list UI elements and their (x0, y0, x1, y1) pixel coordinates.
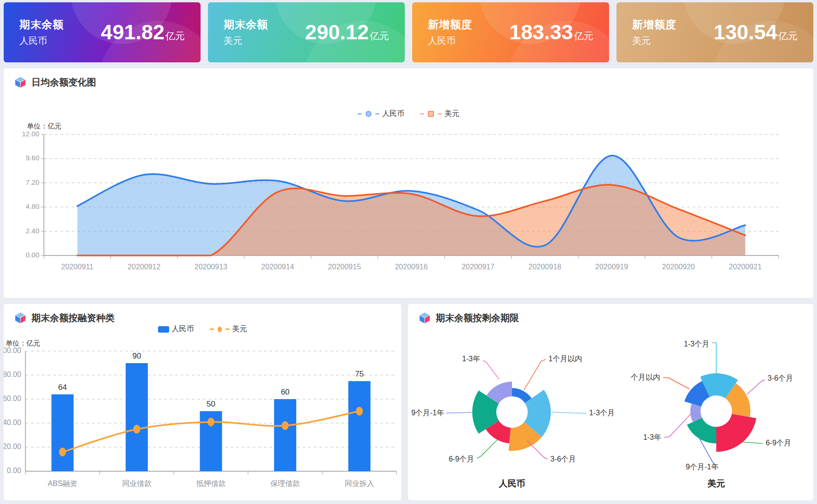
dashboard: 期末余额 人民币 491.82 亿元 期末余额 美元 290.12 亿元 新增额… (0, 0, 817, 504)
donut-charts: 1个月以内1-3个月3-6个月6-9个月9个月-1年1-3年人民币1-3个月3-… (408, 304, 813, 500)
kpi-subtitle: 美元 (632, 35, 677, 47)
kpi-title: 期末余额 (224, 18, 268, 32)
circle-marker-icon (366, 111, 372, 117)
svg-text:1-3年: 1-3年 (643, 433, 661, 441)
kpi-value: 290.12 (305, 20, 369, 44)
svg-text:20200919: 20200919 (595, 263, 628, 271)
line-area-chart: 12.009.607.204.802.400.00202009112020091… (4, 68, 813, 298)
svg-text:6-9个月: 6-9个月 (449, 455, 474, 463)
legend-dash (375, 113, 379, 115)
panel-title: 期末余额按剩余期限 (418, 311, 519, 324)
panel-balance-by-financing-type: 期末余额按融资种类 人民币 美元 单位：亿元 100.0080.0060.004… (4, 304, 401, 500)
bar-marker-icon (158, 326, 169, 333)
legend-dash (358, 113, 362, 115)
svg-text:20200917: 20200917 (462, 263, 494, 271)
svg-text:60: 60 (281, 388, 290, 396)
svg-text:12.00: 12.00 (22, 130, 39, 138)
panel-title-text: 期末余额按融资种类 (31, 312, 115, 324)
svg-text:20200920: 20200920 (662, 263, 695, 271)
svg-text:20200918: 20200918 (528, 263, 561, 271)
cube-icon (14, 76, 27, 89)
svg-text:20.00: 20.00 (4, 443, 21, 450)
svg-text:0.00: 0.00 (26, 251, 39, 259)
svg-text:20200911: 20200911 (61, 263, 93, 271)
legend-dash (420, 113, 424, 115)
svg-text:1-3个月: 1-3个月 (684, 340, 709, 348)
svg-text:20200912: 20200912 (128, 263, 160, 271)
cube-icon (418, 311, 431, 324)
kpi-card-ending-balance-usd: 期末余额 美元 290.12 亿元 (208, 2, 405, 62)
svg-text:同业拆入: 同业拆入 (345, 480, 374, 487)
kpi-title: 新增额度 (632, 18, 677, 32)
legend-dash (226, 328, 230, 330)
cube-icon (14, 311, 27, 324)
svg-text:80.00: 80.00 (4, 370, 21, 378)
legend-dash (438, 113, 442, 115)
panel-title: 期末余额按融资种类 (14, 311, 115, 324)
svg-text:50: 50 (207, 400, 215, 408)
svg-text:4.80: 4.80 (26, 202, 39, 210)
kpi-card-new-quota-cny: 新增额度 人民币 183.33 亿元 (412, 2, 609, 62)
kpi-subtitle: 美元 (224, 35, 268, 47)
kpi-title: 新增额度 (428, 18, 472, 32)
svg-text:保理借款: 保理借款 (270, 480, 300, 487)
legend-dash (210, 328, 214, 330)
page-title: 日均余额变化图 (31, 76, 96, 89)
svg-text:美元: 美元 (707, 479, 725, 488)
unit-label: 单位：亿元 (6, 339, 40, 348)
svg-text:1-3年: 1-3年 (462, 355, 480, 363)
svg-text:20200921: 20200921 (729, 263, 762, 271)
svg-text:7.20: 7.20 (26, 178, 39, 186)
kpi-unit: 亿元 (165, 30, 185, 43)
svg-text:20200914: 20200914 (261, 263, 294, 271)
legend-label: 美元 (232, 324, 247, 334)
bar-chart-legend: 人民币 美元 (4, 324, 401, 334)
svg-text:1-3个月: 1-3个月 (589, 409, 615, 417)
kpi-value: 491.82 (101, 20, 165, 44)
panel-title: 日均余额变化图 (14, 76, 96, 89)
svg-text:64: 64 (58, 383, 67, 392)
legend-label: 人民币 (382, 109, 404, 119)
svg-text:0.00: 0.00 (7, 467, 21, 474)
legend-item-usd[interactable]: 美元 (420, 109, 459, 119)
line-chart-legend: 人民币 美元 (4, 109, 813, 119)
kpi-unit: 亿元 (778, 30, 798, 43)
kpi-title: 期末余额 (19, 18, 64, 32)
dot-marker-icon (218, 327, 222, 332)
svg-text:90: 90 (132, 352, 141, 360)
legend-label: 人民币 (172, 324, 194, 334)
panel-balance-by-remaining-term: 期末余额按剩余期限 1个月以内1-3个月3-6个月6-9个月9个月-1年1-3年… (408, 304, 813, 500)
kpi-card-new-quota-usd: 新增额度 美元 130.54 亿元 (616, 2, 813, 62)
svg-text:人民币: 人民币 (499, 479, 525, 488)
legend-item-cny[interactable]: 人民币 (358, 109, 404, 119)
svg-text:个月以内: 个月以内 (631, 373, 660, 381)
svg-text:3-6个月: 3-6个月 (550, 455, 576, 463)
svg-text:3-6个月: 3-6个月 (768, 374, 793, 382)
legend-item-usd[interactable]: 美元 (210, 324, 247, 334)
svg-text:2.40: 2.40 (26, 227, 39, 235)
svg-text:9个月-1年: 9个月-1年 (411, 409, 444, 417)
svg-text:20200916: 20200916 (395, 263, 427, 271)
svg-text:同业借款: 同业借款 (122, 480, 152, 487)
kpi-card-row: 期末余额 人民币 491.82 亿元 期末余额 美元 290.12 亿元 新增额… (4, 2, 813, 62)
svg-text:ABS融资: ABS融资 (48, 480, 77, 487)
panel-title-text: 期末余额按剩余期限 (436, 312, 519, 324)
kpi-unit: 亿元 (574, 30, 593, 43)
kpi-subtitle: 人民币 (19, 35, 64, 47)
kpi-unit: 亿元 (370, 30, 389, 43)
kpi-subtitle: 人民币 (428, 35, 472, 47)
kpi-card-ending-balance-cny: 期末余额 人民币 491.82 亿元 (4, 2, 201, 62)
svg-text:抵押借款: 抵押借款 (196, 480, 226, 487)
panel-daily-balance-trend: 日均余额变化图 人民币 美元 单位：亿元 12.009.607.204.802.… (4, 68, 813, 298)
square-marker-icon (428, 111, 434, 117)
kpi-value: 130.54 (713, 20, 777, 44)
svg-text:20200915: 20200915 (328, 263, 361, 271)
svg-text:20200913: 20200913 (195, 263, 227, 271)
legend-item-cny[interactable]: 人民币 (158, 324, 194, 334)
svg-text:60.00: 60.00 (4, 395, 21, 402)
kpi-value: 183.33 (509, 20, 573, 44)
svg-text:6-9个月: 6-9个月 (766, 439, 791, 447)
svg-text:40.00: 40.00 (4, 419, 21, 426)
legend-label: 美元 (445, 109, 459, 119)
svg-text:75: 75 (355, 370, 364, 378)
